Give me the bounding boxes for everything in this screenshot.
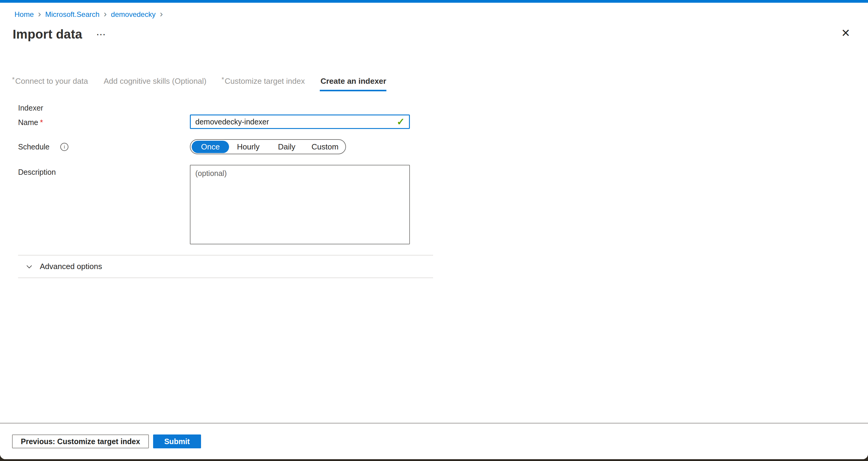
previous-step-button[interactable]: Previous: Customize target index [12,434,149,448]
required-asterisk: * [40,118,43,127]
tab-label: Connect to your data [16,76,88,86]
more-menu-icon[interactable]: ⋯ [96,31,106,37]
tab-add-cognitive-skills[interactable]: Add cognitive skills (Optional) [103,75,207,91]
schedule-field-row: Schedule i Once Hourly Daily Custom [18,139,433,154]
footer-bar: Previous: Customize target index Submit [0,423,868,459]
page-title: Import data [13,27,82,42]
schedule-option-hourly[interactable]: Hourly [229,141,267,153]
name-label-text: Name [18,118,38,127]
required-marker: * [12,75,15,83]
section-title-indexer: Indexer [18,103,433,113]
indexer-form: Indexer Name* ✓ Schedule i Once Hourly D… [18,103,433,244]
schedule-option-custom[interactable]: Custom [306,141,344,153]
description-label: Description [18,165,190,177]
advanced-options-section: Advanced options [18,255,433,278]
tab-create-an-indexer[interactable]: Create an indexer [320,75,386,91]
name-field-row: Name* ✓ [18,115,433,129]
tab-connect-to-your-data[interactable]: *Connect to your data [12,75,88,91]
breadcrumb-demovedecky[interactable]: demovedecky [111,10,156,19]
tab-customize-target-index[interactable]: *Customize target index [221,75,305,91]
divider [18,277,433,278]
valid-checkmark-icon: ✓ [397,116,405,127]
info-icon[interactable]: i [60,143,68,151]
import-data-panel: Home › Microsoft.Search › demovedecky › … [0,0,868,459]
schedule-segmented-control: Once Hourly Daily Custom [190,139,346,154]
description-field-row: Description [18,165,433,244]
close-icon[interactable]: ✕ [839,27,852,40]
advanced-options-label: Advanced options [40,262,102,271]
breadcrumb-separator-icon: › [160,10,163,18]
required-marker: * [221,75,224,83]
breadcrumb-home[interactable]: Home [14,10,34,19]
breadcrumb: Home › Microsoft.Search › demovedecky › [14,10,868,19]
tab-label: Customize target index [225,76,305,86]
page-header: Import data ⋯ [13,27,868,42]
name-label: Name* [18,115,190,127]
description-textarea[interactable] [190,165,410,244]
tab-label: Add cognitive skills (Optional) [104,76,207,86]
breadcrumb-separator-icon: › [38,10,41,18]
wizard-tabs: *Connect to your data Add cognitive skil… [12,75,868,91]
tab-label: Create an indexer [320,76,386,86]
top-accent-bar [0,0,868,3]
description-label-text: Description [18,168,56,176]
schedule-option-once[interactable]: Once [192,141,229,153]
chevron-down-icon [25,263,33,271]
advanced-options-toggle[interactable]: Advanced options [18,255,433,277]
schedule-label-text: Schedule [18,143,50,151]
submit-button[interactable]: Submit [153,434,201,448]
footer-buttons: Previous: Customize target index Submit [12,434,868,448]
name-input-container: ✓ [190,115,410,129]
name-input[interactable] [195,117,394,127]
breadcrumb-microsoft-search[interactable]: Microsoft.Search [45,10,99,19]
schedule-option-daily[interactable]: Daily [267,141,306,153]
breadcrumb-separator-icon: › [104,10,107,18]
schedule-label: Schedule i [18,139,190,151]
